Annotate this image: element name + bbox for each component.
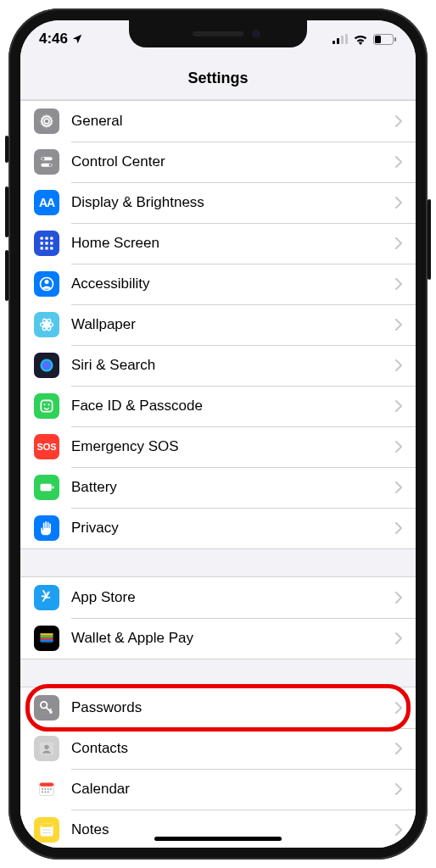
svg-point-32: [48, 403, 49, 405]
cellular-icon: [333, 34, 348, 44]
svg-rect-0: [333, 41, 335, 44]
notes-icon: [34, 817, 59, 843]
svg-point-24: [45, 280, 49, 284]
row-label: Passwords: [71, 699, 395, 716]
notch: [129, 20, 307, 47]
battery-icon: [34, 475, 59, 500]
phone-frame: 4:46: [8, 8, 428, 860]
svg-rect-45: [42, 788, 43, 790]
chevron-right-icon: [395, 824, 416, 836]
row-label: Siri & Search: [71, 357, 395, 374]
settings-row-battery[interactable]: Battery: [20, 467, 416, 508]
row-label: Control Center: [71, 153, 395, 170]
row-label: Accessibility: [71, 275, 395, 292]
svg-rect-15: [45, 237, 48, 240]
svg-rect-39: [41, 640, 53, 643]
row-label: Wallet & Apple Pay: [71, 630, 395, 647]
settings-row-wallet[interactable]: Wallet & Apple Pay: [20, 618, 416, 659]
page-title: Settings: [187, 70, 248, 87]
row-label: Privacy: [71, 520, 395, 537]
svg-rect-50: [45, 792, 47, 793]
row-label: Calendar: [71, 781, 395, 798]
status-time: 4:46: [39, 31, 68, 47]
svg-rect-37: [41, 636, 53, 638]
flower-icon: [34, 312, 59, 337]
appstore-icon: [34, 585, 59, 610]
chevron-right-icon: [395, 237, 416, 249]
home-indicator[interactable]: [154, 837, 282, 841]
chevron-right-icon: [395, 441, 416, 453]
settings-row-sos[interactable]: SOSEmergency SOS: [20, 426, 416, 467]
settings-group: App StoreWallet & Apple Pay: [20, 576, 416, 659]
svg-rect-46: [45, 788, 47, 790]
siri-icon: [34, 353, 59, 378]
battery-icon: [373, 34, 397, 45]
wallet-icon: [34, 626, 59, 651]
chevron-right-icon: [395, 197, 416, 209]
settings-row-wallpaper[interactable]: Wallpaper: [20, 304, 416, 345]
person-circle-icon: [34, 271, 59, 297]
face-icon: [34, 393, 59, 419]
svg-rect-49: [42, 792, 43, 793]
sos-icon: SOS: [34, 434, 59, 459]
svg-point-13: [49, 164, 52, 166]
chevron-right-icon: [395, 522, 416, 534]
svg-rect-33: [41, 484, 52, 491]
row-label: Wallpaper: [71, 316, 395, 333]
navbar: Settings: [20, 58, 416, 100]
key-icon: [34, 695, 59, 721]
svg-rect-14: [41, 237, 43, 240]
svg-rect-44: [40, 783, 54, 787]
svg-point-29: [41, 359, 53, 372]
svg-rect-51: [48, 792, 49, 793]
settings-row-app-store[interactable]: App Store: [20, 577, 416, 618]
settings-row-notes[interactable]: Notes: [20, 810, 416, 848]
grid-icon: [34, 231, 59, 256]
svg-rect-19: [50, 242, 53, 244]
switches-icon: [34, 149, 59, 175]
svg-point-31: [43, 403, 45, 405]
svg-rect-3: [345, 34, 348, 44]
settings-group: GeneralControl CenterAADisplay & Brightn…: [20, 100, 416, 549]
chevron-right-icon: [395, 115, 416, 127]
svg-rect-1: [337, 38, 339, 44]
calendar-icon: [34, 776, 59, 802]
row-label: Emergency SOS: [71, 438, 395, 455]
svg-rect-47: [48, 788, 49, 790]
row-label: Notes: [71, 821, 395, 838]
hand-icon: [34, 515, 59, 541]
svg-rect-38: [41, 637, 53, 640]
svg-rect-36: [41, 633, 53, 636]
chevron-right-icon: [395, 156, 416, 168]
svg-rect-22: [50, 247, 53, 249]
settings-row-passwords[interactable]: Passwords: [20, 687, 416, 728]
chevron-right-icon: [395, 400, 416, 412]
screen: 4:46: [20, 20, 416, 848]
row-label: Home Screen: [71, 235, 395, 252]
settings-row-general[interactable]: General: [20, 101, 416, 142]
svg-rect-48: [50, 788, 52, 790]
settings-row-contacts[interactable]: Contacts: [20, 728, 416, 769]
chevron-right-icon: [395, 783, 416, 795]
settings-row-privacy[interactable]: Privacy: [20, 508, 416, 548]
contacts-icon: [34, 736, 59, 761]
settings-row-accessibility[interactable]: Accessibility: [20, 264, 416, 304]
settings-list[interactable]: GeneralControl CenterAADisplay & Brightn…: [20, 100, 416, 848]
svg-point-9: [45, 120, 48, 123]
chevron-right-icon: [395, 359, 416, 371]
svg-rect-34: [53, 486, 54, 488]
svg-rect-18: [45, 242, 48, 244]
settings-row-siri[interactable]: Siri & Search: [20, 345, 416, 386]
row-label: App Store: [71, 589, 395, 606]
settings-row-calendar[interactable]: Calendar: [20, 769, 416, 810]
row-label: Display & Brightness: [71, 194, 395, 211]
chevron-right-icon: [395, 481, 416, 493]
settings-row-home-screen[interactable]: Home Screen: [20, 223, 416, 264]
settings-row-control-center[interactable]: Control Center: [20, 142, 416, 182]
svg-rect-2: [341, 36, 344, 44]
settings-row-display[interactable]: AADisplay & Brightness: [20, 182, 416, 223]
aa-icon: AA: [34, 190, 59, 215]
settings-row-faceid[interactable]: Face ID & Passcode: [20, 386, 416, 426]
row-label: Face ID & Passcode: [71, 398, 395, 415]
svg-rect-53: [41, 824, 53, 827]
